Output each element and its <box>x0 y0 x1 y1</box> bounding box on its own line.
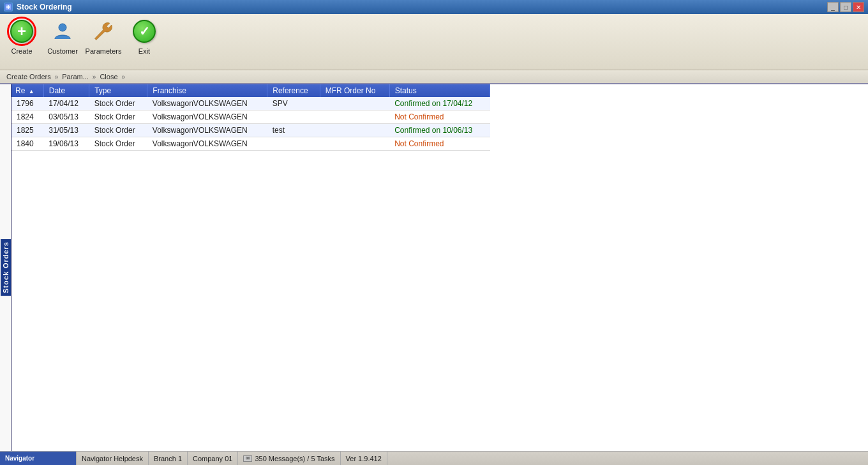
create-button[interactable]: + Create <box>4 17 40 55</box>
cell-re: 1840 <box>11 137 43 151</box>
company-label: Company 01 <box>193 455 232 462</box>
cell-mfr_order_no <box>320 97 389 111</box>
grid-container[interactable]: Re ▲ Date Type Franchise Reference <box>11 84 868 451</box>
breadcrumb-param[interactable]: Param... <box>59 72 91 82</box>
cell-mfr_order_no <box>320 137 389 151</box>
cell-franchise: VolkswagonVOLKSWAGEN <box>147 124 267 137</box>
cell-reference <box>267 137 320 151</box>
breadcrumb-sep-1: » <box>55 73 59 80</box>
table-row[interactable]: 182531/05/13Stock OrderVolkswagonVOLKSWA… <box>11 124 490 137</box>
exit-checkmark-icon: ✓ <box>133 20 156 43</box>
wrench-icon <box>92 20 115 43</box>
create-plus-icon: + <box>10 20 33 43</box>
cell-date: 31/05/13 <box>43 124 89 137</box>
maximize-button[interactable]: □ <box>840 2 851 12</box>
status-version: Ver 1.9.412 <box>341 452 387 465</box>
branch-label: Branch 1 <box>154 455 182 462</box>
window-title: Stock Ordering <box>17 3 72 11</box>
cell-date: 03/05/13 <box>43 111 89 124</box>
cell-mfr_order_no <box>320 111 389 124</box>
exit-button[interactable]: ✓ Exit <box>126 17 162 55</box>
cell-status: Confirmed on 10/06/13 <box>389 124 490 137</box>
exit-label: Exit <box>138 47 150 55</box>
cell-franchise: VolkswagonVOLKSWAGEN <box>147 111 267 124</box>
exit-icon-area: ✓ <box>130 17 159 46</box>
parameters-label: Parameters <box>86 47 122 55</box>
status-helpdesk: Navigator Helpdesk <box>77 452 149 465</box>
cell-re: 1796 <box>11 97 43 111</box>
table-row[interactable]: 184019/06/13Stock OrderVolkswagonVOLKSWA… <box>11 137 490 151</box>
side-tab-label: Stock Orders <box>1 239 11 296</box>
window-controls: _ □ ✕ <box>827 2 864 12</box>
cell-type: Stock Order <box>89 111 147 124</box>
col-reference-label: Reference <box>273 86 308 95</box>
email-icon: ✉ <box>243 455 252 462</box>
person-icon <box>51 20 74 43</box>
orders-table: Re ▲ Date Type Franchise Reference <box>11 84 490 151</box>
col-status-label: Status <box>395 86 417 95</box>
cell-mfr_order_no <box>320 124 389 137</box>
breadcrumb-sep-3: » <box>122 73 126 80</box>
customer-button[interactable]: Customer <box>45 17 80 55</box>
col-reference[interactable]: Reference <box>267 84 320 97</box>
status-messages: ✉ 350 Message(s) / 5 Tasks <box>238 452 340 465</box>
status-bar: Navigator Navigator Helpdesk Branch 1 Co… <box>0 451 868 465</box>
table-row[interactable]: 179617/04/12Stock OrderVolkswagonVOLKSWA… <box>11 97 490 111</box>
app-logo: Navigator <box>5 455 34 462</box>
version-label: Ver 1.9.412 <box>346 455 382 462</box>
breadcrumb-create-orders[interactable]: Create Orders <box>4 72 54 82</box>
cell-franchise: VolkswagonVOLKSWAGEN <box>147 137 267 151</box>
cell-reference <box>267 111 320 124</box>
col-re[interactable]: Re ▲ <box>11 84 43 97</box>
app-icon <box>4 3 13 11</box>
customer-label: Customer <box>47 47 78 55</box>
toolbar: + Create Customer Parameters <box>0 14 868 70</box>
parameters-button[interactable]: Parameters <box>86 17 121 55</box>
col-date[interactable]: Date <box>43 84 89 97</box>
cell-date: 19/06/13 <box>43 137 89 151</box>
cell-franchise: VolkswagonVOLKSWAGEN <box>147 97 267 111</box>
table-header-row: Re ▲ Date Type Franchise Reference <box>11 84 490 97</box>
helpdesk-label: Navigator Helpdesk <box>82 455 143 462</box>
cell-reference: SPV <box>267 97 320 111</box>
col-date-label: Date <box>49 86 65 95</box>
breadcrumb-bar: Create Orders » Param... » Close » <box>0 70 868 84</box>
cell-status: Not Confirmed <box>389 111 490 124</box>
status-company: Company 01 <box>188 452 238 465</box>
cell-type: Stock Order <box>89 137 147 151</box>
title-bar: Stock Ordering _ □ ✕ <box>0 0 868 14</box>
cell-reference: test <box>267 124 320 137</box>
col-status[interactable]: Status <box>389 84 490 97</box>
messages-label: 350 Message(s) / 5 Tasks <box>255 455 334 462</box>
col-franchise[interactable]: Franchise <box>147 84 267 97</box>
cell-date: 17/04/12 <box>43 97 89 111</box>
col-mfr-order-no[interactable]: MFR Order No <box>320 84 389 97</box>
col-type[interactable]: Type <box>89 84 147 97</box>
cell-type: Stock Order <box>89 124 147 137</box>
col-re-label: Re <box>15 86 25 95</box>
sort-arrow-re: ▲ <box>29 88 34 95</box>
side-tab: Stock Orders <box>0 84 11 451</box>
col-type-label: Type <box>94 86 111 95</box>
status-branch: Branch 1 <box>149 452 188 465</box>
close-button[interactable]: ✕ <box>853 2 864 12</box>
status-app-name: Navigator <box>0 452 77 465</box>
cell-re: 1825 <box>11 124 43 137</box>
cell-re: 1824 <box>11 111 43 124</box>
svg-point-3 <box>59 24 66 31</box>
breadcrumb-close[interactable]: Close <box>97 72 120 82</box>
col-franchise-label: Franchise <box>153 86 186 95</box>
cell-type: Stock Order <box>89 97 147 111</box>
main-area: Stock Orders Re ▲ Date Type Fran <box>0 84 868 451</box>
parameters-icon-area <box>89 17 118 46</box>
minimize-button[interactable]: _ <box>827 2 839 12</box>
table-row[interactable]: 182403/05/13Stock OrderVolkswagonVOLKSWA… <box>11 111 490 124</box>
cell-status: Not Confirmed <box>389 137 490 151</box>
breadcrumb-sep-2: » <box>93 73 96 80</box>
col-mfr-label: MFR Order No <box>326 86 376 95</box>
create-label: Create <box>11 47 32 55</box>
customer-icon-area <box>48 17 77 46</box>
create-icon-area: + <box>7 17 36 46</box>
cell-status: Confirmed on 17/04/12 <box>389 97 490 111</box>
